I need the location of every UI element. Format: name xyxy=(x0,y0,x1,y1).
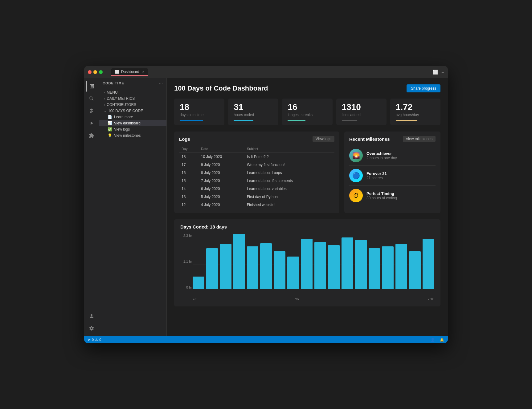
stat-days-complete: 18 days complete xyxy=(174,99,224,125)
chart-bar[interactable] xyxy=(328,245,340,289)
stat-days-value: 18 xyxy=(180,103,219,111)
chart-bar[interactable] xyxy=(369,248,380,289)
run-icon[interactable] xyxy=(86,118,97,129)
dashboard-title: 100 Days of Code Dashboard xyxy=(174,84,268,92)
list-item[interactable]: 🌄 Overachiever 2 hours in one day xyxy=(349,146,436,166)
stat-streaks-label: longest streaks xyxy=(288,113,327,117)
chart-bar[interactable] xyxy=(342,237,353,289)
contributors-arrow-icon: › xyxy=(104,103,105,107)
sidebar-item-view-dashboard[interactable]: 📊 View dashboard xyxy=(99,120,166,126)
chart-bar[interactable] xyxy=(233,234,245,289)
sidebar-item-view-milestones[interactable]: 💡 View milestones xyxy=(99,132,166,139)
stat-lines-value: 1310 xyxy=(342,103,381,111)
view-logs-button[interactable]: View logs xyxy=(313,136,334,142)
milestone-desc: 2 hours in one day xyxy=(366,156,397,160)
log-day: 18 xyxy=(179,153,198,161)
sidebar: CODE TIME ··· › MENU › DAILY METRICS › C… xyxy=(99,78,167,336)
sidebar-menu-icon[interactable]: ··· xyxy=(159,81,163,86)
table-row[interactable]: 16 8 July 2020 Learned about Loops xyxy=(179,169,334,177)
more-actions-icon[interactable]: ··· xyxy=(440,70,444,75)
chart-bar[interactable] xyxy=(355,240,367,289)
table-row[interactable]: 13 5 July 2020 First day of Python xyxy=(179,193,334,201)
sidebar-item-contributors[interactable]: › CONTRIBUTORS xyxy=(99,102,166,108)
close-button[interactable] xyxy=(88,70,92,74)
traffic-lights xyxy=(88,70,103,74)
log-subject: Learned about variables xyxy=(244,185,334,193)
sidebar-item-daily-metrics[interactable]: › DAILY METRICS xyxy=(99,95,166,102)
stat-avg-bar xyxy=(396,120,417,121)
view-milestones-button[interactable]: View milestones xyxy=(403,136,436,142)
share-progress-button[interactable]: Share progress xyxy=(407,84,440,92)
chart-bar[interactable] xyxy=(423,239,434,289)
logs-panel: Logs View logs Day Date Subject xyxy=(174,132,339,213)
list-item[interactable]: 🔵 Forever 21 21 shares xyxy=(349,166,436,186)
list-item[interactable]: ⏱ Perfect Timing 30 hours of coding xyxy=(349,186,436,205)
split-editor-icon[interactable]: ⬜ xyxy=(433,70,438,75)
table-row[interactable]: 14 6 July 2020 Learned about variables xyxy=(179,185,334,193)
chart-bar[interactable] xyxy=(382,246,394,289)
status-person[interactable]: 👤 xyxy=(431,338,435,342)
log-subject: Learned about if statements xyxy=(244,177,334,185)
titlebar: ⬜ Dashboard × ⬜ ··· xyxy=(84,66,448,78)
minimize-button[interactable] xyxy=(93,70,97,74)
daily-metrics-arrow-icon: › xyxy=(104,97,105,100)
table-row[interactable]: 18 10 July 2020 Is It Prime?!? xyxy=(179,153,334,161)
sidebar-item-view-logs[interactable]: ✅ View logs xyxy=(99,126,166,132)
settings-icon[interactable] xyxy=(86,323,97,334)
stat-hours-bar xyxy=(234,120,253,121)
chart-bar[interactable] xyxy=(274,251,285,289)
sidebar-100-days-label: 100 DAYS OF CODE xyxy=(108,109,143,113)
source-control-icon[interactable] xyxy=(86,105,97,116)
extensions-icon[interactable] xyxy=(86,130,97,141)
sidebar-nav: › MENU › DAILY METRICS › CONTRIBUTORS ⌄ … xyxy=(99,88,166,140)
sidebar-item-menu[interactable]: › MENU xyxy=(99,89,166,95)
milestone-badge: ⏱ xyxy=(349,189,363,202)
dashboard-tab[interactable]: ⬜ Dashboard × xyxy=(111,68,148,76)
chart-panel: Days Coded: 18 days 2.3 hr 1.1 hr 0 hr xyxy=(174,219,440,306)
chart-bar[interactable] xyxy=(287,257,299,289)
dashboard-header: 100 Days of Code Dashboard Share progres… xyxy=(174,84,440,92)
app-window: ⬜ Dashboard × ⬜ ··· xyxy=(84,66,448,343)
log-date: 4 July 2020 xyxy=(198,201,244,209)
milestone-badge: 🌄 xyxy=(349,149,363,162)
chart-bar[interactable] xyxy=(409,251,421,289)
col-day: Day xyxy=(179,146,198,153)
status-bell[interactable]: 🔔 xyxy=(440,338,444,342)
sidebar-item-learn-more[interactable]: 📄 Learn more xyxy=(99,114,166,120)
chart-bar[interactable] xyxy=(220,244,231,289)
log-subject: Wrote my first function! xyxy=(244,161,334,169)
log-date: 5 July 2020 xyxy=(198,193,244,201)
account-icon[interactable] xyxy=(86,310,97,322)
menu-arrow-icon: › xyxy=(104,91,105,94)
stat-longest-streaks: 16 longest streaks xyxy=(282,99,332,125)
search-icon[interactable] xyxy=(86,93,97,104)
explorer-icon[interactable] xyxy=(86,81,97,92)
stat-hours-coded: 31 hours coded xyxy=(228,99,278,125)
view-logs-icon: ✅ xyxy=(108,127,112,132)
sidebar-item-100-days[interactable]: ⌄ 100 DAYS OF CODE xyxy=(99,108,166,114)
milestones-panel-header: Recent Milestones View milestones xyxy=(349,136,436,142)
error-count: 0 xyxy=(92,338,94,342)
tabs-bar: ⬜ Dashboard × xyxy=(111,68,430,76)
log-day: 13 xyxy=(179,193,198,201)
chart-bar[interactable] xyxy=(247,246,259,289)
chart-bar[interactable] xyxy=(395,244,407,289)
table-row[interactable]: 12 4 July 2020 Finished website! xyxy=(179,201,334,209)
sidebar-view-dashboard-label: View dashboard xyxy=(114,121,141,125)
milestone-desc: 21 shares xyxy=(366,176,387,180)
chart-bar[interactable] xyxy=(260,243,272,289)
milestones-list: 🌄 Overachiever 2 hours in one day 🔵 Fore… xyxy=(349,146,436,205)
log-date: 7 July 2020 xyxy=(198,177,244,185)
tab-close-icon[interactable]: × xyxy=(142,70,144,74)
warning-icon: ⚠ xyxy=(95,338,98,342)
chart-bar[interactable] xyxy=(193,277,204,289)
chart-bar[interactable] xyxy=(314,242,326,289)
milestone-badge: 🔵 xyxy=(349,169,363,182)
chart-bar[interactable] xyxy=(301,239,313,289)
log-date: 6 July 2020 xyxy=(198,185,244,193)
maximize-button[interactable] xyxy=(99,70,103,74)
logs-table: Day Date Subject 18 10 July 2020 Is It P… xyxy=(179,146,334,209)
chart-bar[interactable] xyxy=(206,248,218,289)
table-row[interactable]: 15 7 July 2020 Learned about if statemen… xyxy=(179,177,334,185)
table-row[interactable]: 17 9 July 2020 Wrote my first function! xyxy=(179,161,334,169)
